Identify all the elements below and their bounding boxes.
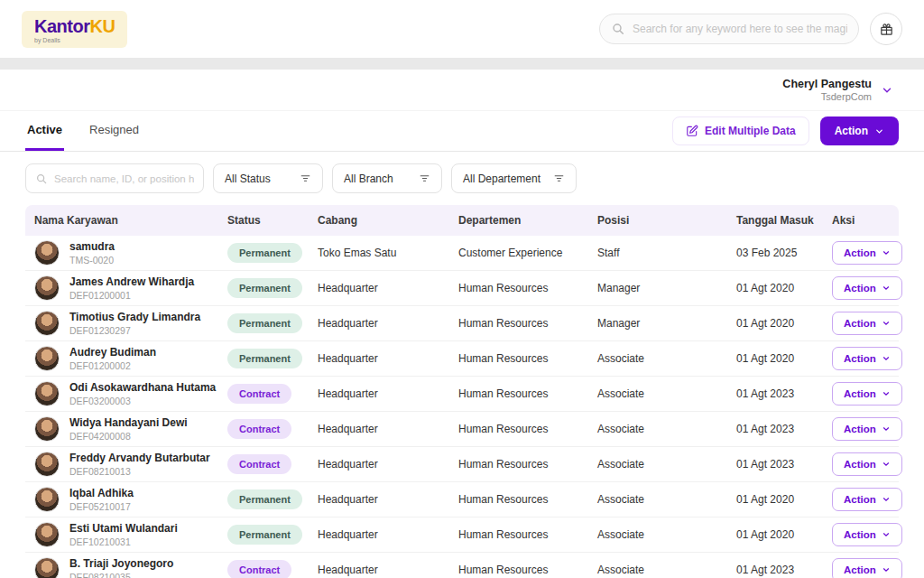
status-badge: Permanent bbox=[227, 525, 302, 545]
posisi-cell: Manager bbox=[588, 282, 727, 294]
gift-button[interactable] bbox=[870, 13, 902, 45]
chevron-down-icon bbox=[882, 354, 891, 363]
status-badge: Contract bbox=[227, 419, 291, 439]
tabs: Active Resigned bbox=[25, 111, 141, 151]
profile-menu[interactable]: Cheryl Pangestu TsderpCom bbox=[782, 78, 893, 102]
aksi-cell: Action bbox=[823, 276, 902, 300]
employee-cell: Iqbal Adhika DEF05210017 bbox=[25, 487, 218, 512]
chevron-down-icon bbox=[882, 284, 891, 293]
row-action-button[interactable]: Action bbox=[832, 558, 902, 578]
action-button[interactable]: Action bbox=[820, 117, 899, 145]
departemen-cell: Human Resources bbox=[449, 317, 588, 330]
employee-cell: B. Triaji Joyonegoro DEF08210035 bbox=[25, 557, 218, 578]
status-filter-dropdown[interactable]: All Status bbox=[213, 163, 323, 193]
column-header-aksi: Aksi bbox=[823, 214, 899, 227]
employee-id: DEF01200002 bbox=[69, 360, 156, 371]
cabang-cell: Headquarter bbox=[309, 564, 449, 576]
row-action-button[interactable]: Action bbox=[832, 523, 902, 546]
column-header-status: Status bbox=[218, 214, 309, 227]
edit-icon bbox=[686, 125, 698, 137]
tab-active[interactable]: Active bbox=[25, 111, 64, 151]
table-row: Freddy Arvandy Butarbutar DEF08210013 Co… bbox=[25, 447, 899, 482]
tanggal-masuk-cell: 01 Agt 2020 bbox=[727, 352, 823, 365]
row-action-button[interactable]: Action bbox=[832, 452, 902, 476]
row-action-button[interactable]: Action bbox=[832, 417, 902, 441]
row-action-label: Action bbox=[844, 388, 876, 399]
aksi-cell: Action bbox=[823, 417, 902, 441]
global-search-input[interactable] bbox=[633, 23, 847, 35]
avatar bbox=[34, 522, 60, 547]
topbar: KantorKU by Dealls bbox=[0, 0, 924, 58]
edit-multiple-data-button[interactable]: Edit Multiple Data bbox=[672, 117, 809, 145]
column-header-nama-karyawan: Nama Karyawan bbox=[25, 214, 218, 227]
chevron-down-icon bbox=[882, 389, 891, 398]
profile-company: TsderpCom bbox=[782, 91, 872, 102]
tanggal-masuk-cell: 01 Agt 2023 bbox=[727, 458, 823, 471]
row-action-button[interactable]: Action bbox=[832, 347, 902, 370]
logo-wordmark: KantorKU bbox=[34, 17, 115, 35]
row-action-button[interactable]: Action bbox=[832, 276, 902, 300]
status-cell: Contract bbox=[218, 560, 309, 578]
departement-filter-dropdown[interactable]: All Departement bbox=[451, 163, 577, 193]
row-action-label: Action bbox=[844, 318, 876, 329]
aksi-cell: Action bbox=[823, 488, 902, 511]
employee-id: DEF01200001 bbox=[69, 290, 194, 301]
departemen-cell: Human Resources bbox=[449, 352, 588, 365]
row-action-button[interactable]: Action bbox=[832, 241, 902, 265]
employee-id: DEF01230297 bbox=[69, 325, 200, 336]
row-action-label: Action bbox=[844, 564, 876, 575]
tabs-row: Active Resigned Edit Multiple Data Actio… bbox=[0, 111, 924, 152]
aksi-cell: Action bbox=[823, 347, 902, 370]
table-search-input[interactable] bbox=[54, 173, 194, 184]
employee-name: Timotius Grady Limandra bbox=[69, 311, 200, 323]
employee-name: Widya Handayani Dewi bbox=[69, 416, 188, 429]
status-badge: Permanent bbox=[227, 313, 302, 333]
row-action-button[interactable]: Action bbox=[832, 488, 902, 511]
table-row: Timotius Grady Limandra DEF01230297 Perm… bbox=[25, 306, 899, 341]
employee-cell: Widya Handayani Dewi DEF04200008 bbox=[25, 416, 218, 442]
employee-cell: James Andrew Wihardja DEF01200001 bbox=[25, 275, 218, 301]
employee-id: DEF10210031 bbox=[69, 536, 178, 547]
employee-cell: samudra TMS-0020 bbox=[25, 240, 218, 266]
status-badge: Permanent bbox=[227, 349, 302, 368]
chevron-down-icon bbox=[882, 530, 891, 539]
employee-cell: Freddy Arvandy Butarbutar DEF08210013 bbox=[25, 452, 218, 477]
posisi-cell: Associate bbox=[588, 387, 727, 400]
table-search[interactable] bbox=[25, 163, 204, 193]
employee-id: DEF04200008 bbox=[69, 431, 188, 442]
branch-filter-label: All Branch bbox=[344, 172, 393, 185]
filter-icon bbox=[300, 172, 311, 184]
table-row: Widya Handayani Dewi DEF04200008 Contrac… bbox=[25, 412, 899, 447]
employee-cell: Odi Asokawardhana Hutama DEF03200003 bbox=[25, 381, 218, 406]
row-action-button[interactable]: Action bbox=[832, 312, 902, 335]
column-header-cabang: Cabang bbox=[309, 214, 449, 227]
table-row: Esti Utami Wulandari DEF10210031 Permane… bbox=[25, 517, 899, 553]
table-row: B. Triaji Joyonegoro DEF08210035 Contrac… bbox=[25, 553, 899, 578]
gift-icon bbox=[879, 22, 894, 37]
row-action-label: Action bbox=[844, 353, 876, 364]
tanggal-masuk-cell: 01 Agt 2020 bbox=[727, 493, 823, 506]
departemen-cell: Human Resources bbox=[449, 493, 588, 506]
cabang-cell: Headquarter bbox=[309, 282, 449, 294]
departemen-cell: Human Resources bbox=[449, 387, 588, 400]
column-header-departemen: Departemen bbox=[449, 214, 588, 227]
tab-resigned[interactable]: Resigned bbox=[88, 111, 141, 151]
branch-filter-dropdown[interactable]: All Branch bbox=[332, 163, 442, 193]
toolbar-actions: Edit Multiple Data Action bbox=[672, 117, 899, 145]
status-badge: Permanent bbox=[227, 278, 302, 298]
avatar bbox=[34, 557, 60, 578]
tanggal-masuk-cell: 03 Feb 2025 bbox=[727, 247, 823, 259]
avatar bbox=[34, 240, 60, 266]
global-search[interactable] bbox=[599, 14, 859, 44]
status-cell: Permanent bbox=[218, 489, 309, 509]
posisi-cell: Associate bbox=[588, 493, 727, 506]
profile-bar: Cheryl Pangestu TsderpCom bbox=[0, 70, 924, 111]
row-action-label: Action bbox=[844, 247, 876, 258]
employee-name: Odi Asokawardhana Hutama bbox=[69, 381, 216, 394]
status-cell: Permanent bbox=[218, 278, 309, 298]
chevron-down-icon bbox=[882, 565, 891, 574]
posisi-cell: Associate bbox=[588, 564, 727, 576]
avatar bbox=[34, 346, 60, 371]
column-header-tanggal-masuk: Tanggal Masuk bbox=[727, 214, 823, 227]
row-action-button[interactable]: Action bbox=[832, 382, 902, 406]
